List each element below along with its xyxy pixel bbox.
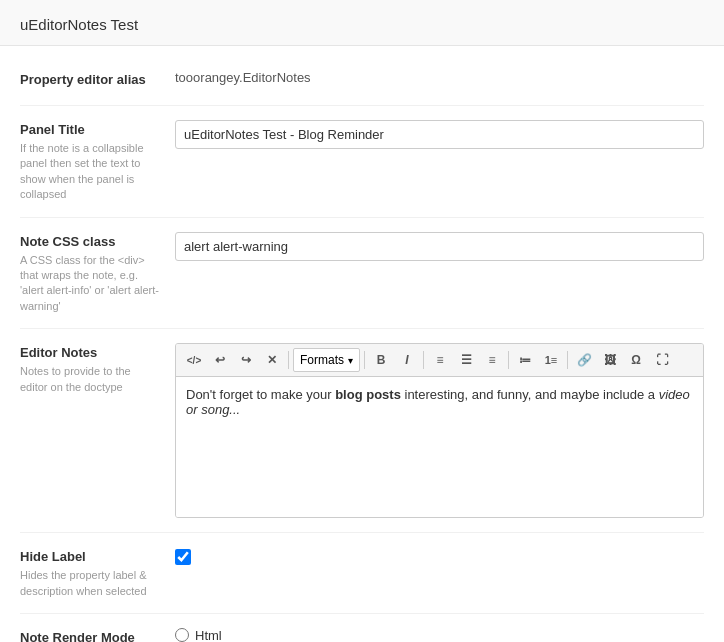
toolbar-formats-button[interactable]: Formats xyxy=(293,348,360,372)
note-render-mode-label-col: Note Render Mode How to render the Note,… xyxy=(20,628,175,642)
undo-icon xyxy=(215,353,225,367)
clear-icon xyxy=(267,353,277,367)
property-editor-alias-label: Property editor alias xyxy=(20,72,160,87)
note-render-mode-row: Note Render Mode How to render the Note,… xyxy=(20,614,704,642)
note-css-class-label-col: Note CSS class A CSS class for the <div>… xyxy=(20,232,175,315)
editor-notes-label: Editor Notes xyxy=(20,345,160,360)
link-icon: 🔗 xyxy=(577,353,592,367)
hide-label-label: Hide Label xyxy=(20,549,160,564)
editor-body[interactable]: Don't forget to make your blog posts int… xyxy=(176,377,703,517)
page-wrapper: uEditorNotes Test Property editor alias … xyxy=(0,0,724,642)
property-editor-alias-row: Property editor alias tooorangey.EditorN… xyxy=(20,56,704,106)
special-char-icon: Ω xyxy=(631,353,641,367)
fullscreen-icon: ⛶ xyxy=(656,353,668,367)
toolbar-separator-1 xyxy=(288,351,289,369)
toolbar-list-ol-button[interactable]: 1≡ xyxy=(539,348,563,372)
editor-notes-desc: Notes to provide to the editor on the do… xyxy=(20,364,160,395)
toolbar-special-char-button[interactable]: Ω xyxy=(624,348,648,372)
note-render-mode-radio-group: Html Collapsible SlidingPane xyxy=(175,628,704,642)
toolbar-list-ul-button[interactable]: ≔ xyxy=(513,348,537,372)
editor-wrapper: Formats ≡ xyxy=(175,343,704,518)
toolbar-code-button[interactable] xyxy=(182,348,206,372)
toolbar-separator-2 xyxy=(364,351,365,369)
code-icon xyxy=(187,353,201,367)
form-content: Property editor alias tooorangey.EditorN… xyxy=(0,46,724,642)
italic-icon xyxy=(405,353,408,367)
list-ol-icon: 1≡ xyxy=(545,354,558,366)
note-css-class-label: Note CSS class xyxy=(20,234,160,249)
panel-title-label: Panel Title xyxy=(20,122,160,137)
toolbar-align-center-button[interactable]: ☰ xyxy=(454,348,478,372)
editor-content-middle: interesting, and funny, and maybe includ… xyxy=(401,387,659,402)
property-editor-alias-value-col: tooorangey.EditorNotes xyxy=(175,70,704,85)
toolbar-separator-5 xyxy=(567,351,568,369)
toolbar-clear-button[interactable] xyxy=(260,348,284,372)
page-title: uEditorNotes Test xyxy=(20,16,138,33)
editor-content-before: Don't forget to make your xyxy=(186,387,335,402)
page-header: uEditorNotes Test xyxy=(0,0,724,46)
list-ul-icon: ≔ xyxy=(519,353,531,367)
formats-label: Formats xyxy=(300,353,344,367)
toolbar-bold-button[interactable] xyxy=(369,348,393,372)
note-css-class-row: Note CSS class A CSS class for the <div>… xyxy=(20,218,704,330)
radio-html-label: Html xyxy=(195,628,222,642)
toolbar-align-right-button[interactable]: ≡ xyxy=(480,348,504,372)
toolbar-image-button[interactable]: 🖼 xyxy=(598,348,622,372)
align-left-icon: ≡ xyxy=(437,353,444,367)
image-icon: 🖼 xyxy=(604,353,616,367)
toolbar-italic-button[interactable] xyxy=(395,348,419,372)
toolbar-align-left-button[interactable]: ≡ xyxy=(428,348,452,372)
editor-notes-label-col: Editor Notes Notes to provide to the edi… xyxy=(20,343,175,395)
toolbar-separator-4 xyxy=(508,351,509,369)
note-css-class-input[interactable] xyxy=(175,232,704,261)
formats-chevron-icon xyxy=(348,353,353,367)
radio-html-input[interactable] xyxy=(175,628,189,642)
toolbar-fullscreen-button[interactable]: ⛶ xyxy=(650,348,674,372)
toolbar-link-button[interactable]: 🔗 xyxy=(572,348,596,372)
editor-notes-input-col: Formats ≡ xyxy=(175,343,704,518)
hide-label-label-col: Hide Label Hides the property label & de… xyxy=(20,547,175,599)
hide-label-row: Hide Label Hides the property label & de… xyxy=(20,533,704,614)
panel-title-input[interactable] xyxy=(175,120,704,149)
align-center-icon: ☰ xyxy=(461,353,472,367)
panel-title-input-col xyxy=(175,120,704,149)
editor-content-bold: blog posts xyxy=(335,387,401,402)
note-css-class-desc: A CSS class for the <div> that wraps the… xyxy=(20,253,160,315)
bold-icon xyxy=(377,353,386,367)
note-render-mode-label: Note Render Mode xyxy=(20,630,160,642)
hide-label-checkbox[interactable] xyxy=(175,549,191,565)
panel-title-desc: If the note is a collapsible panel then … xyxy=(20,141,160,203)
note-css-class-input-col xyxy=(175,232,704,261)
editor-notes-row: Editor Notes Notes to provide to the edi… xyxy=(20,329,704,533)
note-render-mode-input-col: Html Collapsible SlidingPane xyxy=(175,628,704,642)
editor-toolbar: Formats ≡ xyxy=(176,344,703,377)
toolbar-undo-button[interactable] xyxy=(208,348,232,372)
align-right-icon: ≡ xyxy=(489,353,496,367)
redo-icon xyxy=(241,353,251,367)
toolbar-separator-3 xyxy=(423,351,424,369)
hide-label-desc: Hides the property label & description w… xyxy=(20,568,160,599)
panel-title-row: Panel Title If the note is a collapsible… xyxy=(20,106,704,218)
radio-html-item[interactable]: Html xyxy=(175,628,704,642)
hide-label-input-col xyxy=(175,547,704,568)
toolbar-redo-button[interactable] xyxy=(234,348,258,372)
property-editor-alias-value: tooorangey.EditorNotes xyxy=(175,67,311,85)
panel-title-label-col: Panel Title If the note is a collapsible… xyxy=(20,120,175,203)
property-editor-alias-label-col: Property editor alias xyxy=(20,70,175,91)
